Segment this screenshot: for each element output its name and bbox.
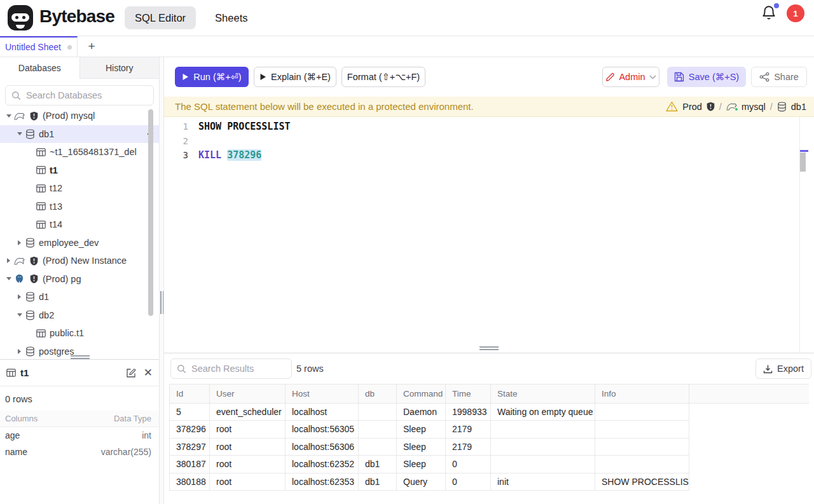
column-type: varchar(255) (101, 447, 151, 457)
schema-panel-resize-handle[interactable] (71, 355, 90, 359)
table-cell (595, 439, 689, 456)
table-cell: root (210, 421, 286, 438)
table-cell: Sleep (397, 439, 446, 456)
close-icon[interactable]: ✕ (144, 367, 153, 378)
explain-button[interactable]: Explain (⌘+E) (254, 67, 336, 87)
tree-item-label: postgres (39, 346, 74, 357)
caret-right-icon[interactable] (15, 349, 24, 354)
line-number: 3 (164, 150, 193, 160)
table-cell: 380188 (169, 473, 210, 491)
brand-name: Bytebase (39, 6, 114, 27)
download-icon (763, 364, 773, 374)
user-avatar[interactable]: 1 (787, 4, 804, 22)
caret-right-icon[interactable] (4, 258, 13, 263)
caret-down-icon[interactable] (15, 132, 24, 135)
tree-item-label: t13 (50, 201, 62, 212)
breadcrumb-instance[interactable]: mysql (742, 102, 766, 112)
column-header-db[interactable]: db (359, 384, 397, 404)
caret-down-icon[interactable] (4, 114, 13, 118)
column-header-time[interactable]: Time (446, 384, 491, 404)
table-cell (491, 456, 595, 473)
admin-mode-button[interactable]: Admin (602, 67, 659, 87)
sql-editor[interactable]: 1SHOW PROCESSLIST23KILL 378296 (164, 117, 814, 353)
caret-down-icon[interactable] (4, 277, 13, 280)
tree-item--prod-mysql[interactable]: (Prod) mysql (0, 107, 159, 125)
tree-item-t13[interactable]: t13 (0, 198, 159, 216)
logo-band (11, 13, 29, 22)
tab-databases[interactable]: Databases (0, 57, 79, 79)
table-cell: 0 (446, 456, 491, 473)
database-search (5, 85, 154, 106)
editor-lines: 1SHOW PROCESSLIST23KILL 378296 (164, 117, 814, 163)
column-header-command[interactable]: Command (397, 384, 446, 404)
tab-history[interactable]: History (79, 57, 160, 79)
add-sheet-button[interactable]: + (78, 36, 106, 57)
nav-sql-editor[interactable]: SQL Editor (125, 6, 196, 29)
share-icon (759, 72, 769, 82)
caret-right-icon[interactable] (15, 294, 24, 299)
panel-divider-vertical[interactable] (159, 57, 164, 504)
tree-item--t1-1658481371-del[interactable]: ~t1_1658481371_del (0, 143, 159, 161)
share-button[interactable]: Share (751, 67, 807, 87)
editor-line: 1SHOW PROCESSLIST (164, 119, 814, 134)
tree-item--prod-new-instance[interactable]: (Prod) New Instance (0, 252, 159, 270)
editor-scrollbar-thumb[interactable] (800, 153, 806, 172)
table-icon (35, 148, 46, 156)
table-icon (35, 329, 46, 337)
nav-sheets[interactable]: Sheets (205, 6, 258, 29)
tree-item-d1[interactable]: d1 (0, 288, 159, 306)
table-cell: 2179 (446, 421, 491, 438)
top-nav: SQL Editor Sheets (125, 6, 258, 29)
table-row: 378297rootlocalhost:56306Sleep2179 (169, 439, 809, 456)
tree-item-employee-dev[interactable]: employee_dev (0, 234, 159, 252)
caret-right-icon[interactable] (15, 240, 24, 245)
notification-bell-icon[interactable] (761, 4, 778, 22)
tree-item-t14[interactable]: t14 (0, 215, 159, 234)
column-header-id[interactable]: Id (169, 384, 210, 404)
tree-item-t12[interactable]: t12 (0, 179, 159, 198)
column-header-state[interactable]: State (491, 384, 595, 404)
column-type: int (142, 430, 151, 440)
export-button[interactable]: Export (755, 358, 811, 379)
play-icon (259, 73, 266, 81)
table-cell: localhost:56306 (286, 439, 359, 456)
tree-item-public-t1[interactable]: public.t1 (0, 324, 159, 343)
tab-untitled-sheet[interactable]: Untitled Sheet (0, 36, 78, 57)
caret-down-icon[interactable] (15, 313, 24, 317)
edit-table-icon[interactable] (126, 368, 136, 378)
code-text: KILL 378296 (193, 149, 261, 161)
connection-status-dot (735, 107, 738, 111)
database-search-input[interactable] (6, 86, 153, 105)
table-cell: localhost:62352 (286, 456, 359, 473)
column-header-user[interactable]: User (210, 384, 286, 404)
tree-item-db2[interactable]: db2 (0, 306, 159, 325)
column-header-info[interactable]: Info (595, 384, 689, 404)
breadcrumb-environment[interactable]: Prod (682, 102, 702, 112)
table-cell: 378297 (169, 439, 210, 456)
run-button[interactable]: Run (⌘+⏎) (175, 67, 249, 87)
tree-item-db1[interactable]: db1 (0, 125, 159, 144)
table-cell: init (491, 473, 595, 491)
format-button[interactable]: Format (⇧+⌥+F) (341, 67, 425, 87)
sidebar-tabs: Databases History (0, 57, 159, 79)
logo-mouth (16, 25, 25, 29)
tree-item-label: employee_dev (39, 238, 99, 248)
column-header-host[interactable]: Host (286, 384, 359, 404)
results-table[interactable]: IdUserHostdbCommandTimeStateInfo5event_s… (169, 384, 809, 491)
tree-item-t1[interactable]: t1 (0, 161, 159, 180)
results-resize-handle[interactable] (479, 346, 499, 350)
column-header-filler (689, 384, 809, 404)
chevron-down-icon (649, 75, 656, 79)
search-icon (177, 364, 186, 374)
results-search-input[interactable] (171, 359, 291, 378)
warning-triangle-icon (666, 101, 678, 112)
tree-item--prod-pg[interactable]: (Prod) pg (0, 270, 159, 289)
schema-panel-title: t1 (20, 367, 29, 378)
breadcrumb-database[interactable]: db1 (791, 102, 806, 112)
sidebar-scrollbar-thumb[interactable] (148, 109, 153, 316)
bytebase-logo-icon[interactable] (8, 5, 33, 31)
vertical-resize-handle[interactable] (160, 291, 163, 314)
db-icon (24, 346, 36, 357)
save-button[interactable]: Save (⌘+S) (667, 67, 746, 87)
main-area: Run (⌘+⏎) Explain (⌘+E) Format (⇧+⌥+F) A… (164, 57, 814, 504)
